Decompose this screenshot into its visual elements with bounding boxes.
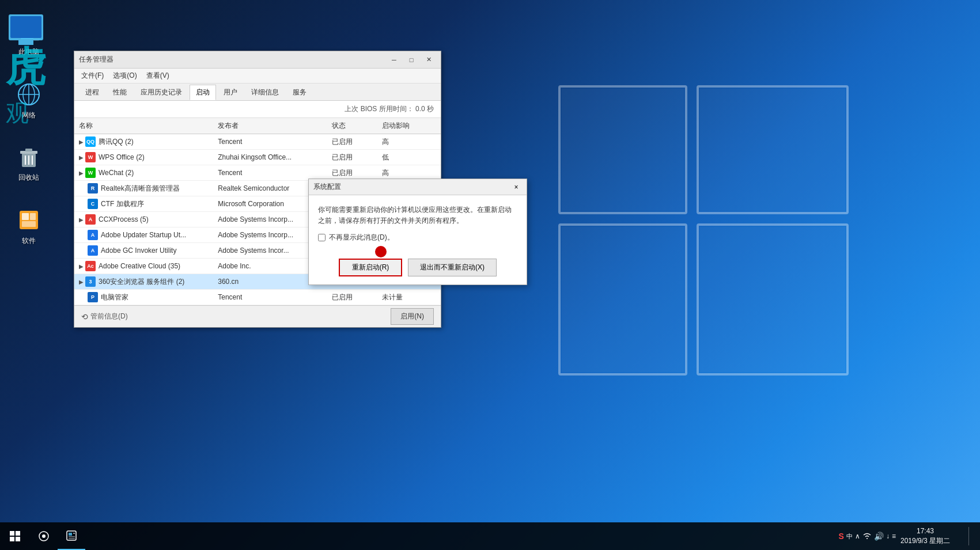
taskbar-tray: S 中 ∧ 🔊 ↓ ≡ [839, 532, 896, 541]
dialog-title: 系统配置 [313, 182, 510, 192]
svg-rect-3 [700, 89, 845, 211]
svg-rect-42 [69, 538, 75, 539]
bios-value: 0.0 秒 [415, 104, 434, 114]
table-row[interactable]: ▶ QQ 腾讯QQ (2) Tencent已启用高 [74, 134, 441, 150]
tab-services[interactable]: 服务 [286, 85, 313, 100]
software-icon [15, 206, 43, 234]
desktop: 虎 观 此电脑 网络 [0, 0, 980, 550]
svg-text:观: 观 [6, 100, 29, 126]
dialog-close-button[interactable]: × [510, 181, 522, 193]
svg-rect-30 [30, 213, 36, 220]
start-button[interactable] [0, 522, 30, 550]
svg-rect-33 [16, 531, 20, 536]
col-impact[interactable]: 启动影响 [377, 118, 441, 134]
dont-show-checkbox[interactable] [318, 234, 326, 241]
cortana-button[interactable] [30, 522, 58, 550]
taskmanager-taskbar-btn[interactable] [58, 522, 85, 550]
tab-process[interactable]: 进程 [79, 85, 105, 100]
clock-date: 2019/9/3 星期二 [900, 536, 950, 546]
svg-rect-34 [10, 537, 14, 541]
col-name[interactable]: 名称 [74, 118, 213, 134]
table-header-row: 名称 发布者 状态 启动影响 [74, 118, 441, 134]
system-config-dialog[interactable]: 系统配置 × 你可能需要重新启动你的计算机以便应用这些更改。在重新启动之前，请保… [308, 179, 527, 285]
tray-icon-extra[interactable]: ≡ [892, 532, 896, 540]
tab-startup[interactable]: 启动 [190, 85, 216, 100]
tab-details[interactable]: 详细信息 [245, 85, 285, 100]
svg-point-37 [42, 534, 46, 538]
download-tray-icon[interactable]: ↓ [886, 532, 890, 540]
svg-rect-39 [69, 533, 72, 536]
window-controls: ─ □ ✕ [387, 54, 436, 66]
taskmanager-titlebar: 任务管理器 ─ □ ✕ [74, 51, 441, 69]
ime-indicator[interactable]: 中 [846, 532, 853, 541]
windows-logo-bg [531, 58, 876, 405]
maximize-button[interactable]: □ [404, 54, 419, 66]
bottom-info-label: 管前信息(D) [90, 312, 128, 321]
svg-rect-7 [700, 227, 845, 372]
software-label: 软件 [22, 236, 36, 246]
table-row[interactable]: ▶ W WPS Office (2) Zhuhai Kingsoft Offic… [74, 150, 441, 165]
svg-rect-9 [10, 16, 41, 38]
desktop-icon-software[interactable]: 软件 [9, 206, 49, 246]
tab-performance[interactable]: 性能 [107, 85, 133, 100]
tab-users[interactable]: 用户 [217, 85, 244, 100]
restart-button[interactable]: 重新启动(R) [339, 259, 402, 276]
bios-time-bar: 上次 BIOS 所用时间： 0.0 秒 [74, 101, 441, 118]
table-row[interactable]: P 电脑管家 Tencent已启用未计量 [74, 290, 441, 305]
enable-button[interactable]: 启用(N) [391, 308, 434, 325]
col-publisher[interactable]: 发布者 [213, 118, 327, 134]
show-desktop-button[interactable] [955, 522, 980, 550]
network-tray-icon[interactable] [862, 532, 872, 541]
svg-rect-1 [562, 89, 684, 211]
clock-time: 17:43 [917, 526, 934, 536]
svg-rect-32 [10, 531, 14, 536]
dialog-message: 你可能需要重新启动你的计算机以便应用这些更改。在重新启动之前，请保存所有打开的文… [318, 204, 517, 226]
close-button[interactable]: ✕ [421, 54, 436, 66]
dialog-checkbox-row: 不再显示此消息(D)。 [318, 232, 517, 243]
dialog-content: 你可能需要重新启动你的计算机以便应用这些更改。在重新启动之前，请保存所有打开的文… [309, 195, 527, 253]
dialog-titlebar: 系统配置 × [309, 179, 527, 195]
taskmanager-title: 任务管理器 [79, 55, 387, 65]
sogou-tray-icon[interactable]: S [839, 532, 844, 541]
bios-label: 上次 BIOS 所用时间： [345, 104, 413, 114]
col-status[interactable]: 状态 [327, 118, 378, 134]
svg-rect-5 [562, 227, 684, 372]
svg-rect-29 [22, 213, 29, 220]
taskbar: S 中 ∧ 🔊 ↓ ≡ 17:43 2019/9/3 星期二 [0, 522, 980, 550]
taskbar-clock[interactable]: 17:43 2019/9/3 星期二 [896, 526, 955, 546]
svg-rect-31 [22, 221, 36, 227]
tab-app-history[interactable]: 应用历史记录 [134, 85, 188, 100]
recycle-label: 回收站 [18, 173, 39, 183]
svg-text:虎: 虎 [6, 44, 46, 89]
desktop-icon-recycle[interactable]: 回收站 [9, 143, 49, 183]
menu-options[interactable]: 选项(O) [108, 69, 141, 84]
manage-info-btn[interactable]: ⟲ 管前信息(D) [81, 312, 128, 321]
recycle-icon [15, 143, 43, 170]
show-hidden-icons-button[interactable]: ∧ [855, 532, 860, 540]
menu-file[interactable]: 文件(F) [77, 69, 108, 84]
taskmanager-tabs: 进程 性能 应用历史记录 启动 用户 详细信息 服务 [74, 84, 441, 101]
exit-no-restart-button[interactable]: 退出而不重新启动(X) [408, 259, 497, 276]
menu-view[interactable]: 查看(V) [142, 69, 174, 84]
dialog-button-row: 重新启动(R) 退出而不重新启动(X) [309, 253, 527, 285]
volume-tray-icon[interactable]: 🔊 [874, 532, 884, 541]
svg-rect-41 [69, 536, 75, 537]
taskmanager-menubar: 文件(F) 选项(O) 查看(V) [74, 69, 441, 84]
svg-rect-40 [73, 533, 75, 534]
window-bottom-bar: ⟲ 管前信息(D) 启用(N) [74, 305, 441, 327]
svg-rect-24 [25, 149, 32, 151]
dont-show-label: 不再显示此消息(D)。 [329, 232, 394, 243]
minimize-button[interactable]: ─ [387, 54, 402, 66]
svg-rect-35 [16, 537, 20, 541]
